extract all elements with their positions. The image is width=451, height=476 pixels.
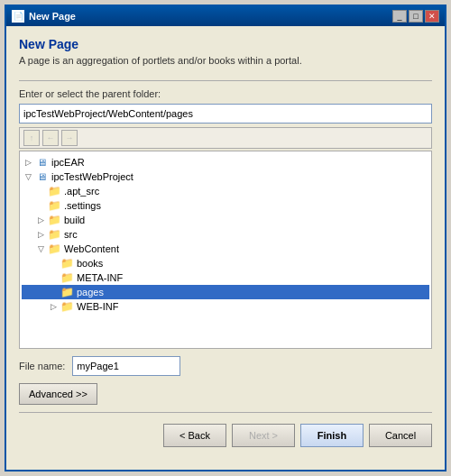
folder-icon: 📁 — [60, 300, 74, 313]
tree-item[interactable]: ▷📁src — [22, 227, 429, 242]
close-button[interactable]: ✕ — [425, 10, 439, 23]
tree-label: src — [64, 229, 78, 240]
window-title: New Page — [29, 11, 76, 22]
tree-toggle: ▷ — [22, 156, 34, 169]
maximize-button[interactable]: □ — [409, 10, 423, 23]
tree-toggle: ▽ — [22, 170, 34, 183]
navigate-up-button[interactable]: ↑ — [23, 130, 40, 146]
tree-toggle — [34, 185, 47, 197]
tree-label: build — [64, 215, 85, 225]
page-description: A page is an aggregation of portlets and… — [19, 55, 432, 66]
tree-item[interactable]: ▷📁build — [22, 213, 429, 227]
title-bar: 📄 New Page _ □ ✕ — [6, 6, 445, 26]
project-icon: 🖥 — [34, 156, 49, 169]
button-bar: < Back Next > Finish Cancel — [19, 420, 432, 449]
tree-label: WEB-INF — [77, 301, 118, 312]
title-bar-controls: _ □ ✕ — [392, 10, 439, 23]
tree-container[interactable]: ▷🖥ipcEAR▽🖥ipcTestWebProject📁.apt_src📁.se… — [19, 151, 432, 349]
tree-toggle — [34, 199, 47, 212]
tree-item[interactable]: 📁books — [22, 256, 429, 270]
filename-input[interactable] — [72, 356, 180, 376]
tree-item[interactable]: ▽🖥ipcTestWebProject — [22, 169, 429, 184]
tree-item[interactable]: 📁pages — [22, 285, 429, 299]
title-bar-left: 📄 New Page — [12, 10, 76, 23]
tree-toolbar: ↑ ← → — [19, 127, 432, 149]
tree-label: books — [77, 258, 103, 269]
tree-toggle — [47, 257, 60, 270]
header-separator — [19, 80, 432, 81]
folder-icon: 📁 — [47, 228, 61, 241]
folder-icon: 📁 — [60, 286, 74, 298]
tree-label: ipcEAR — [51, 157, 85, 168]
tree-toggle: ▷ — [34, 214, 47, 226]
folder-icon: 📁 — [47, 243, 61, 255]
content-area: New Page A page is an aggregation of por… — [6, 26, 445, 470]
tree-toggle: ▽ — [34, 243, 47, 255]
navigate-back-button[interactable]: ← — [42, 130, 59, 146]
folder-icon: 📁 — [47, 214, 61, 226]
next-button[interactable]: Next > — [232, 424, 295, 447]
tree-label: META-INF — [77, 272, 123, 283]
tree-item[interactable]: ▽📁WebContent — [22, 242, 429, 256]
folder-icon: 📁 — [60, 271, 74, 284]
navigate-forward-button[interactable]: → — [61, 130, 78, 146]
dialog-separator — [19, 412, 432, 413]
tree-toggle — [47, 286, 60, 298]
window-icon: 📄 — [12, 10, 24, 23]
advanced-button[interactable]: Advanced >> — [19, 383, 97, 405]
folder-input[interactable] — [19, 104, 432, 124]
minimize-button[interactable]: _ — [392, 10, 407, 23]
tree-item[interactable]: ▷🖥ipcEAR — [22, 155, 429, 169]
folder-label: Enter or select the parent folder: — [19, 88, 432, 99]
tree-label: ipcTestWebProject — [51, 171, 133, 182]
folder-icon: 📁 — [47, 199, 61, 212]
tree-toggle — [47, 271, 60, 284]
tree-label: WebContent — [64, 243, 119, 254]
tree-item[interactable]: 📁.apt_src — [22, 184, 429, 198]
dialog-window: 📄 New Page _ □ ✕ New Page A page is an a… — [5, 5, 446, 471]
tree-label: .apt_src — [64, 186, 99, 197]
page-title: New Page — [19, 37, 432, 51]
filename-row: File name: — [19, 356, 432, 376]
finish-button[interactable]: Finish — [300, 424, 364, 447]
back-button[interactable]: < Back — [163, 424, 226, 447]
tree-item[interactable]: 📁.settings — [22, 198, 429, 213]
tree-item[interactable]: ▷📁WEB-INF — [22, 299, 429, 314]
project-icon: 🖥 — [34, 170, 49, 183]
tree-label: .settings — [64, 200, 101, 211]
folder-icon: 📁 — [60, 257, 74, 270]
tree-toggle: ▷ — [34, 228, 47, 241]
bottom-section: File name: Advanced >> — [19, 356, 432, 405]
filename-label: File name: — [19, 361, 65, 371]
tree-toggle: ▷ — [47, 300, 60, 313]
page-header: New Page A page is an aggregation of por… — [19, 37, 432, 66]
cancel-button[interactable]: Cancel — [369, 424, 432, 447]
tree-item[interactable]: 📁META-INF — [22, 270, 429, 285]
tree-label: pages — [77, 287, 104, 298]
folder-icon: 📁 — [47, 185, 61, 197]
